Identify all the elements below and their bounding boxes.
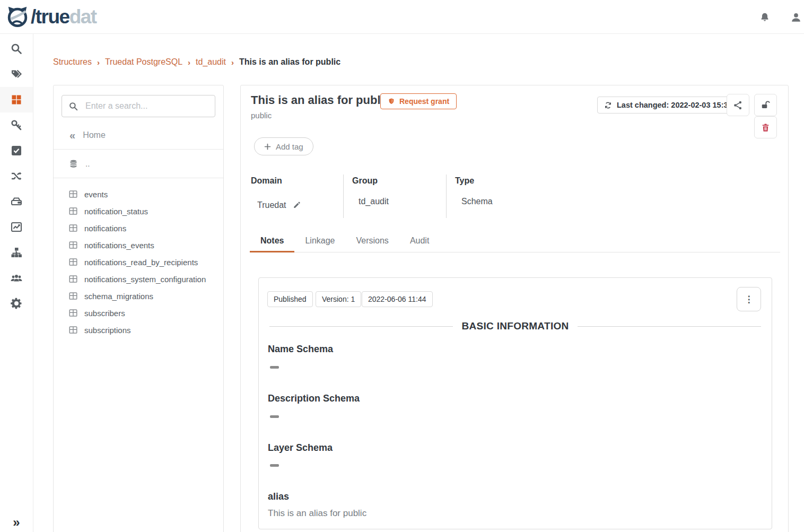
rail-item-users[interactable]	[0, 265, 33, 291]
parent-database-item[interactable]: ..	[54, 150, 223, 178]
table-list-item[interactable]: notification_status	[54, 203, 223, 220]
last-changed-button[interactable]: Last changed: 2022-02-03 15:34	[597, 97, 739, 114]
breadcrumb-separator: ›	[188, 58, 190, 67]
user-icon[interactable]	[788, 10, 804, 25]
meta-divider	[446, 175, 447, 218]
users-icon	[10, 272, 23, 284]
last-changed-label: Last changed: 2022-02-03 15:34	[617, 101, 732, 109]
parent-database-label: ..	[85, 159, 90, 168]
notifications-bell-icon[interactable]	[757, 10, 773, 25]
structures-grid-icon	[10, 93, 23, 106]
field-label: Layer Schema	[268, 442, 333, 453]
table-icon	[68, 325, 78, 335]
table-name: notifications_system_configuration	[84, 275, 206, 284]
table-list: events notification_status notifications…	[54, 178, 223, 346]
group-value: td_audit	[359, 197, 389, 206]
status-badge: Published	[267, 291, 313, 307]
group-label: Group	[352, 176, 378, 186]
table-list-item[interactable]: notifications_events	[54, 237, 223, 254]
note-card: Published Version: 1 2022-06-06 11:44 ⋮ …	[258, 277, 772, 529]
table-list-item[interactable]: subscriptions	[54, 321, 223, 338]
table-list-item[interactable]: notifications	[54, 220, 223, 237]
unlock-icon	[761, 100, 771, 110]
unlock-button[interactable]	[754, 94, 777, 116]
browser-search	[62, 95, 215, 117]
tab-linkage[interactable]: Linkage	[294, 232, 345, 252]
tab-audit[interactable]: Audit	[399, 232, 440, 252]
key-icon	[10, 119, 23, 132]
table-icon	[68, 291, 78, 301]
add-tag-label: Add tag	[276, 142, 303, 151]
timestamp-badge: 2022-06-06 11:44	[362, 291, 433, 307]
structure-browser-panel: « Home .. events notification_status	[53, 85, 224, 532]
divider	[578, 326, 761, 327]
rail-item-structures[interactable]	[0, 87, 33, 112]
type-value: Schema	[461, 197, 493, 206]
add-tag-button[interactable]: Add tag	[254, 137, 313, 155]
search-input[interactable]	[62, 95, 215, 117]
breadcrumb-separator: ›	[231, 58, 234, 67]
field-label: alias	[268, 491, 289, 502]
empty-value-dash	[270, 415, 279, 418]
truedat-logo[interactable]: /truedat	[5, 4, 97, 30]
shuffle-icon	[10, 170, 23, 182]
breadcrumb-link-group[interactable]: td_audit	[196, 57, 226, 67]
section-title: BASIC INFORMATION	[461, 320, 569, 332]
structure-detail-panel: This is an alias for public public Reque…	[240, 85, 789, 532]
rail-item-connectors[interactable]	[0, 163, 33, 189]
shield-icon	[388, 97, 395, 106]
table-list-item[interactable]: schema_migrations	[54, 287, 223, 304]
request-grant-button[interactable]: Request grant	[380, 93, 457, 109]
section-header: BASIC INFORMATION	[269, 320, 761, 332]
rail-item-tags[interactable]	[0, 62, 33, 87]
table-name: events	[84, 190, 108, 199]
breadcrumb-link-structures[interactable]: Structures	[53, 57, 92, 67]
share-icon	[733, 100, 743, 110]
table-list-item[interactable]: notifications_read_by_recipients	[54, 254, 223, 271]
rail-item-insights[interactable]	[0, 214, 33, 240]
detail-tabs: Notes Linkage Versions Audit	[250, 232, 780, 252]
tab-versions[interactable]: Versions	[346, 232, 399, 252]
field-value: This is an alias for public	[268, 508, 366, 519]
table-icon	[68, 240, 78, 250]
divider	[269, 326, 453, 327]
note-menu-kebab-icon[interactable]: ⋮	[737, 287, 761, 311]
search-icon	[10, 42, 23, 55]
rail-expand-toggle[interactable]: »	[0, 516, 33, 529]
breadcrumb-link-system[interactable]: Truedat PostgreSQL	[105, 57, 182, 67]
rail-item-permissions[interactable]	[0, 112, 33, 138]
table-list-item[interactable]: subscribers	[54, 304, 223, 321]
icon-rail: »	[0, 34, 33, 532]
tab-notes[interactable]: Notes	[250, 232, 294, 252]
edit-domain-pencil-icon[interactable]	[293, 200, 301, 210]
rail-item-search[interactable]	[0, 36, 33, 62]
table-list-item[interactable]: notifications_system_configuration	[54, 271, 223, 287]
database-icon	[68, 159, 78, 169]
delete-button[interactable]	[754, 116, 777, 138]
domain-value-text: Truedat	[257, 200, 286, 210]
table-name: notifications_read_by_recipients	[84, 258, 198, 267]
home-link[interactable]: « Home	[54, 125, 223, 149]
table-list-item[interactable]: events	[54, 186, 223, 203]
rail-item-systems[interactable]	[0, 189, 33, 214]
rail-item-settings[interactable]	[0, 291, 33, 316]
table-icon	[68, 308, 78, 318]
rail-item-lineage[interactable]	[0, 240, 33, 265]
rail-item-quality[interactable]	[0, 138, 33, 163]
table-name: subscribers	[84, 309, 125, 318]
settings-gear-icon	[10, 297, 23, 310]
share-button[interactable]	[727, 94, 749, 116]
truedat-app: /truedat	[0, 0, 804, 532]
table-icon	[68, 189, 78, 199]
logo-text: /truedat	[31, 6, 97, 28]
lineage-sitemap-icon	[10, 246, 23, 259]
quality-check-icon	[10, 144, 23, 157]
table-name: subscriptions	[84, 326, 131, 335]
breadcrumb-separator: ›	[97, 58, 100, 67]
empty-value-dash	[270, 366, 279, 369]
breadcrumb: Structures › Truedat PostgreSQL › td_aud…	[53, 57, 340, 67]
tags-icon	[10, 68, 23, 81]
collapse-chevrons-icon: «	[69, 130, 75, 141]
table-name: notifications_events	[84, 241, 154, 250]
systems-drive-icon	[10, 195, 23, 208]
